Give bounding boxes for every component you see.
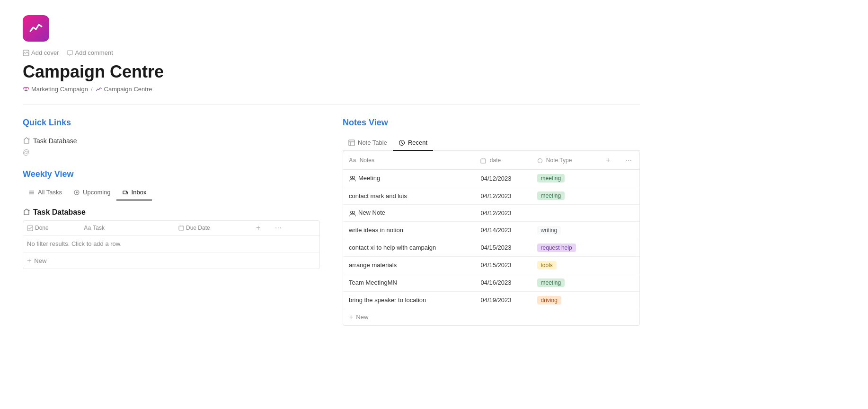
tab-recent[interactable]: Recent — [393, 135, 433, 151]
notes-col-type: Note Type — [531, 151, 599, 170]
notes-row-plus — [598, 170, 618, 187]
notes-row-more — [618, 170, 639, 187]
quick-links-section: Quick Links Task Database @ — [23, 118, 320, 158]
notes-col-date: date — [475, 151, 531, 170]
weekly-view-tabs: All Tasks Upcoming Inbox — [23, 185, 320, 200]
notes-row-name: write ideas in notion — [343, 221, 475, 239]
task-database-link[interactable]: Task Database — [23, 135, 320, 147]
notes-row-more — [618, 239, 639, 256]
db-new-row-button[interactable]: + New — [23, 252, 319, 269]
db-table-header: Done Aa Task Due Date + — [23, 221, 319, 235]
notes-table-row[interactable]: contact mark and luis04/12/2023meeting — [343, 187, 639, 205]
add-comment-button[interactable]: Add comment — [67, 49, 113, 56]
breadcrumb-separator: / — [91, 86, 93, 93]
notes-col-add[interactable]: + — [598, 151, 618, 170]
breadcrumb: Marketing Campaign / Campaign Centre — [23, 86, 640, 93]
notes-row-date: 04/19/2023 — [475, 291, 531, 309]
notes-row-plus — [598, 205, 618, 222]
tab-upcoming[interactable]: Upcoming — [68, 185, 116, 200]
tab-note-table-label: Note Table — [358, 139, 387, 146]
notes-col-name: Aa Notes — [343, 151, 475, 170]
task-database-label: Task Database — [33, 137, 77, 145]
notes-row-more — [618, 205, 639, 222]
notes-row-name: New Note — [343, 205, 475, 222]
notes-row-type: meeting — [531, 274, 599, 291]
notes-row-date: 04/15/2023 — [475, 256, 531, 274]
col-more[interactable]: ··· — [273, 224, 292, 232]
notes-table-row[interactable]: New Note04/12/2023 — [343, 205, 639, 222]
svg-rect-10 — [349, 140, 354, 146]
notes-row-more — [618, 187, 639, 205]
tab-inbox[interactable]: Inbox — [116, 185, 152, 200]
notes-row-date: 04/12/2023 — [475, 170, 531, 187]
notes-table-row[interactable]: bring the speaker to location04/19/2023d… — [343, 291, 639, 309]
quick-links-title: Quick Links — [23, 118, 320, 128]
svg-rect-14 — [481, 159, 486, 163]
app-logo — [23, 15, 49, 42]
notes-row-type: meeting — [531, 187, 599, 205]
svg-point-17 — [538, 158, 542, 163]
notes-row-type — [531, 205, 599, 222]
notes-table-header-row: Aa Notes date Note Type — [343, 151, 639, 170]
notes-table-row[interactable]: arrange materials04/15/2023tools — [343, 256, 639, 274]
tab-all-tasks[interactable]: All Tasks — [23, 185, 68, 200]
meta-actions: Add cover Add comment — [23, 49, 640, 56]
notes-table-row[interactable]: Team MeetingMN04/16/2023meeting — [343, 274, 639, 291]
notes-row-name: arrange materials — [343, 256, 475, 274]
notes-col-more[interactable]: ··· — [618, 151, 639, 170]
notes-row-type: driving — [531, 291, 599, 309]
col-due-date: Due Date — [178, 224, 254, 232]
breadcrumb-item-campaign[interactable]: Campaign Centre — [96, 86, 152, 93]
notes-row-plus — [598, 274, 618, 291]
db-title: Task Database — [23, 208, 320, 217]
notes-row-date: 04/14/2023 — [475, 221, 531, 239]
tab-upcoming-label: Upcoming — [83, 189, 111, 196]
task-database-block: Task Database Done Aa Task — [23, 208, 320, 269]
col-done: Done — [27, 224, 84, 232]
logo-area — [23, 15, 640, 42]
add-column-button[interactable]: + — [254, 224, 262, 232]
notes-row-name: bring the speaker to location — [343, 291, 475, 309]
notes-add-col-button[interactable]: + — [604, 156, 612, 165]
tab-inbox-label: Inbox — [132, 189, 147, 196]
page-title: Campaign Centre — [23, 62, 640, 82]
notes-table-row[interactable]: write ideas in notion04/14/2023writing — [343, 221, 639, 239]
left-column: Quick Links Task Database @ Weekly View … — [23, 118, 320, 326]
breadcrumb-item-marketing[interactable]: Marketing Campaign — [23, 86, 88, 93]
notes-row-type: request help — [531, 239, 599, 256]
db-empty-message[interactable]: No filter results. Click to add a row. — [23, 235, 319, 252]
svg-rect-7 — [179, 226, 184, 230]
tab-note-table[interactable]: Note Table — [343, 135, 393, 151]
weekly-view-title: Weekly View — [23, 169, 320, 179]
add-cover-button[interactable]: Add cover — [23, 49, 59, 56]
svg-rect-6 — [27, 226, 33, 231]
notes-row-type: tools — [531, 256, 599, 274]
tab-recent-label: Recent — [408, 139, 427, 146]
notes-view-tabs: Note Table Recent — [343, 135, 640, 151]
svg-point-5 — [76, 191, 78, 193]
notes-more-button[interactable]: ··· — [624, 156, 634, 165]
tab-all-tasks-label: All Tasks — [38, 189, 62, 196]
page-divider — [23, 104, 640, 104]
notes-row-name: Team MeetingMN — [343, 274, 475, 291]
notes-row-more — [618, 221, 639, 239]
notes-row-more — [618, 291, 639, 309]
add-comment-label: Add comment — [75, 49, 113, 56]
notes-new-row-button[interactable]: + New — [343, 309, 639, 325]
col-task: Aa Task — [84, 224, 178, 232]
notes-table-row[interactable]: contact xi to help with campaign04/15/20… — [343, 239, 639, 256]
notes-row-plus — [598, 256, 618, 274]
add-cover-label: Add cover — [31, 49, 59, 56]
notes-row-plus — [598, 291, 618, 309]
notes-view-title: Notes View — [343, 118, 640, 128]
notes-row-name: Meeting — [343, 170, 475, 187]
more-options-button[interactable]: ··· — [273, 224, 283, 232]
notes-row-name: contact xi to help with campaign — [343, 239, 475, 256]
notes-row-type: meeting — [531, 170, 599, 187]
notes-row-plus — [598, 239, 618, 256]
notes-row-name: contact mark and luis — [343, 187, 475, 205]
at-symbol: @ — [23, 147, 320, 158]
col-add[interactable]: + — [254, 224, 273, 232]
notes-table-row[interactable]: Meeting04/12/2023meeting — [343, 170, 639, 187]
weekly-view-section: Weekly View All Tasks Upcoming Inbox — [23, 169, 320, 269]
